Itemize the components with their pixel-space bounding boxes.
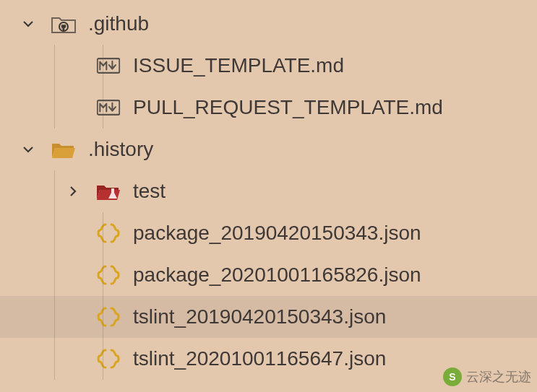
tree-row-pr-tmpl[interactable]: PULL_REQUEST_TEMPLATE.md — [0, 87, 537, 129]
file-tree: .githubISSUE_TEMPLATE.mdPULL_REQUEST_TEM… — [0, 0, 537, 380]
indent-guide — [103, 296, 103, 338]
tree-item-label: PULL_REQUEST_TEMPLATE.md — [133, 96, 443, 119]
tree-row-pkg2[interactable]: package_20201001165826.json — [0, 254, 537, 296]
chevron-down-icon[interactable] — [7, 15, 49, 32]
tree-item-label: .history — [88, 138, 153, 161]
indent-guide — [54, 170, 55, 212]
indent-guide — [103, 212, 103, 254]
tree-row-tslint1[interactable]: tslint_20190420150343.json — [0, 296, 537, 338]
tree-row-tslint2[interactable]: tslint_20201001165647.json — [0, 338, 537, 380]
tree-item-label: ISSUE_TEMPLATE.md — [133, 54, 344, 77]
folder-open-icon — [49, 135, 78, 164]
markdown-icon — [95, 53, 121, 79]
tree-item-label: tslint_20201001165647.json — [133, 347, 386, 370]
indent-guide — [103, 338, 103, 380]
indent-guide — [54, 338, 55, 380]
json-icon — [94, 219, 123, 248]
indent-guide — [54, 296, 55, 338]
tree-row-history-folder[interactable]: .history — [0, 129, 537, 170]
indent-guide — [103, 254, 103, 296]
tree-row-pkg1[interactable]: package_20190420150343.json — [0, 212, 537, 254]
tree-row-github-folder[interactable]: .github — [0, 3, 537, 45]
tree-row-issue-tmpl[interactable]: ISSUE_TEMPLATE.md — [0, 45, 537, 87]
chevron-down-icon[interactable] — [7, 141, 49, 158]
tree-item-label: test — [133, 180, 166, 203]
markdown-icon — [95, 95, 121, 121]
folder-test-icon — [94, 177, 123, 206]
indent-guide — [54, 254, 55, 296]
folder-github-icon — [49, 9, 78, 38]
json-icon — [94, 344, 123, 373]
tree-row-test-folder[interactable]: test — [0, 170, 537, 212]
json-icon — [94, 302, 123, 331]
indent-guide — [54, 212, 55, 254]
indent-guide — [54, 45, 55, 87]
tree-item-label: package_20201001165826.json — [133, 263, 421, 287]
tree-item-label: tslint_20190420150343.json — [133, 305, 386, 328]
chevron-right-icon[interactable] — [52, 183, 94, 200]
json-icon — [94, 261, 123, 289]
indent-guide — [54, 87, 55, 129]
tree-item-label: .github — [88, 12, 149, 35]
tree-item-label: package_20190420150343.json — [133, 222, 421, 245]
